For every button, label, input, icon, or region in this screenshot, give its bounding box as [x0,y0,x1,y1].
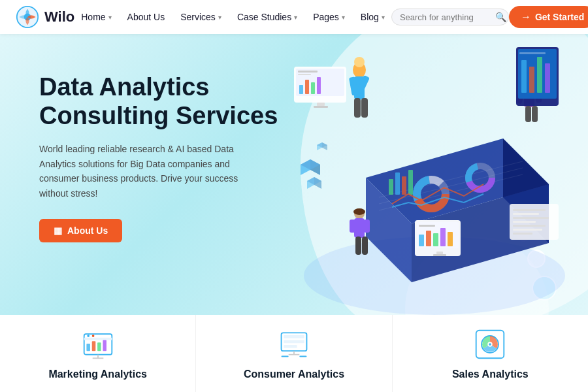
svg-rect-52 [532,106,538,122]
nav-links: Home ▾ About Us Services ▾ Case Studies … [74,8,391,26]
chevron-down-icon: ▾ [382,14,385,21]
search-input[interactable] [400,12,491,22]
hero-title: Data Analytics Consulting Services [39,73,278,130]
svg-rect-60 [519,52,546,54]
svg-rect-73 [355,237,361,255]
svg-point-92 [87,335,90,337]
consumer-analytics-title: Consumer Analytics [244,368,344,380]
svg-rect-35 [317,77,321,94]
service-card-marketing[interactable]: Marketing Analytics [0,315,196,392]
get-started-button[interactable]: → Get Started [509,6,588,28]
svg-point-107 [489,343,491,346]
chevron-down-icon: ▾ [108,14,112,21]
svg-rect-20 [408,170,413,195]
svg-rect-19 [402,176,406,195]
nav-about[interactable]: About Us [121,8,172,26]
svg-rect-39 [314,106,328,108]
svg-rect-65 [513,221,536,223]
svg-rect-51 [525,106,531,122]
chevron-down-icon: ▾ [342,14,345,21]
svg-point-75 [353,208,365,215]
svg-rect-64 [513,217,549,219]
svg-rect-58 [537,57,542,93]
about-us-button[interactable]: ▦ About Us [39,219,122,242]
svg-rect-45 [354,98,361,118]
svg-rect-56 [521,60,527,93]
svg-rect-88 [86,344,90,351]
svg-rect-79 [426,231,431,246]
svg-rect-66 [513,225,546,227]
svg-rect-18 [395,172,400,195]
nav-pages[interactable]: Pages ▾ [306,8,351,26]
svg-rect-59 [545,63,550,93]
svg-rect-103 [299,356,306,357]
svg-rect-32 [299,85,303,94]
svg-rect-33 [305,80,309,94]
search-bar[interactable]: 🔍 [391,8,509,25]
svg-rect-84 [436,252,443,254]
svg-rect-90 [97,342,101,351]
svg-rect-91 [103,340,106,351]
svg-rect-78 [419,235,424,246]
hero-content: Data Analytics Consulting Services World… [39,73,278,242]
svg-rect-37 [298,74,311,75]
marketing-analytics-icon [80,327,116,362]
svg-rect-82 [448,232,453,246]
nav-case-studies[interactable]: Case Studies ▾ [231,8,304,26]
svg-rect-57 [529,67,534,93]
svg-point-93 [91,335,94,337]
consumer-analytics-icon [276,327,312,362]
svg-rect-36 [298,71,318,73]
svg-rect-83 [419,225,435,227]
svg-rect-17 [389,179,393,195]
hero-section: Data Analytics Consulting Services World… [0,34,588,315]
chevron-down-icon: ▾ [218,14,221,21]
svg-rect-72 [364,220,370,233]
search-icon: 🔍 [495,12,506,22]
svg-point-41 [354,57,365,67]
sales-analytics-icon [472,327,508,362]
service-card-consumer[interactable]: Consumer Analytics [196,315,392,392]
hero-description: World leading reliable research & AI bas… [39,142,261,201]
svg-rect-99 [284,345,297,348]
svg-rect-102 [282,356,289,357]
hero-illustration [248,47,575,308]
svg-rect-68 [513,233,532,235]
svg-rect-74 [362,237,368,255]
brand-name: Wilo [44,8,74,25]
logo-icon [16,5,39,29]
svg-rect-81 [440,228,446,246]
chevron-down-icon: ▾ [294,14,297,21]
svg-rect-85 [433,254,446,256]
nav-home[interactable]: Home ▾ [74,8,118,26]
marketing-analytics-title: Marketing Analytics [48,368,147,380]
svg-rect-87 [84,338,112,340]
svg-rect-89 [91,341,95,351]
service-card-sales[interactable]: Sales Analytics [393,315,588,392]
svg-rect-34 [311,82,315,94]
svg-rect-71 [350,220,355,233]
navbar: Wilo Home ▾ About Us Services ▾ Case Stu… [0,0,588,34]
svg-rect-38 [317,103,325,106]
svg-rect-98 [284,340,304,344]
svg-rect-80 [433,233,438,246]
nav-blog[interactable]: Blog ▾ [354,8,391,26]
grid-icon: ▦ [54,225,62,236]
svg-rect-62 [513,209,546,211]
nav-services[interactable]: Services ▾ [174,8,228,26]
svg-rect-63 [513,213,539,215]
svg-rect-70 [354,218,365,238]
svg-rect-67 [513,229,542,231]
sales-analytics-title: Sales Analytics [452,368,529,380]
svg-rect-97 [284,335,304,338]
arrow-icon: → [521,11,531,23]
logo[interactable]: Wilo [16,5,74,29]
svg-rect-46 [361,98,368,118]
services-section: Marketing Analytics Consumer Analytics [0,315,588,392]
